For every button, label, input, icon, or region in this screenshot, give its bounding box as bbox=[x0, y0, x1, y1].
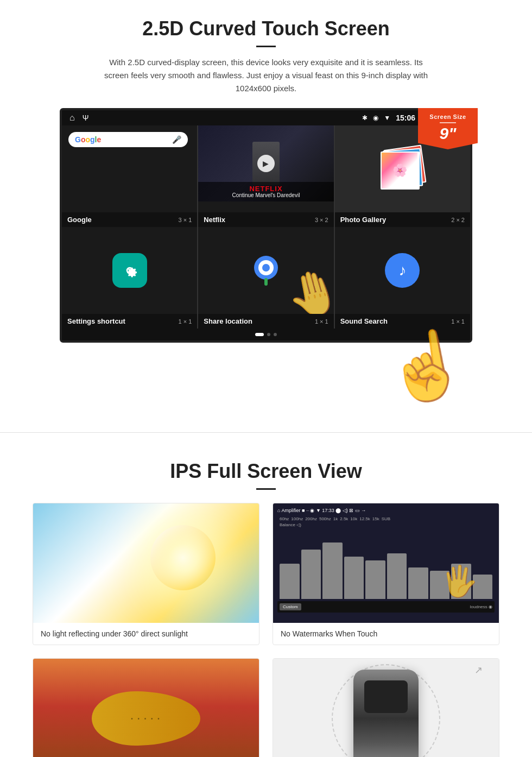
feature-card-car: ↗ Large Viewing Angle bbox=[273, 658, 499, 757]
netflix-overlay: NETFLIX Continue Marvel's Daredevil bbox=[198, 182, 333, 201]
amp-custom-btn[interactable]: Custom bbox=[280, 603, 301, 610]
amp-label: ⌂ Amplifier ■ ·· ◉ ▼ 17:33 ⬤ ◁) ⊠ ▭ → bbox=[277, 508, 366, 513]
section-curved: 2.5D Curved Touch Screen With 2.5D curve… bbox=[0, 0, 532, 416]
ips-title-divider bbox=[256, 488, 276, 490]
amp-eq-area: 🖐 bbox=[277, 528, 495, 599]
badge-label: Screen Size bbox=[422, 113, 473, 120]
feature-grid: No light reflecting under 360° direct su… bbox=[33, 503, 499, 757]
badge-size: 9" bbox=[422, 125, 473, 142]
netflix-bg: ▶ NETFLIX Continue Marvel's Daredevil bbox=[198, 125, 333, 201]
netflix-app-cell[interactable]: ▶ NETFLIX Continue Marvel's Daredevil Ne… bbox=[198, 125, 333, 227]
sound-app-name: Sound Search bbox=[340, 317, 388, 325]
badge-divider bbox=[440, 122, 456, 123]
app-grid-row2: Settings shortcut 1 × 1 bbox=[62, 227, 470, 329]
photo-label-row: Photo Gallery 2 × 2 bbox=[335, 212, 470, 227]
sound-search-icon: ♪ bbox=[385, 253, 420, 288]
device-wrapper: Screen Size 9" ⌂ Ψ ✱ ◉ ▼ 15:06 ⬤ ◁) ⊠ bbox=[60, 108, 472, 343]
status-bar: ⌂ Ψ ✱ ◉ ▼ 15:06 ⬤ ◁) ⊠ ▭ bbox=[62, 110, 470, 125]
home-icon[interactable]: ⌂ bbox=[69, 113, 75, 123]
google-logo: Google bbox=[75, 135, 101, 144]
share-location-cell[interactable]: 🤚 Share location 1 × 1 bbox=[198, 227, 333, 329]
dot-3[interactable] bbox=[274, 333, 277, 336]
google-app-cell[interactable]: Google 🎤 Google 3 × 1 bbox=[62, 125, 197, 227]
mic-icon[interactable]: 🎤 bbox=[172, 135, 181, 144]
sunlight-caption: No light reflecting under 360° direct su… bbox=[33, 623, 259, 645]
wifi-icon: ▼ bbox=[384, 114, 390, 122]
netflix-app-name: Netflix bbox=[204, 216, 225, 224]
location-icon: ◉ bbox=[373, 114, 378, 122]
amp-hand: 🖐 bbox=[441, 564, 478, 599]
car-window bbox=[364, 680, 408, 713]
cheetah-spots: • • • • • bbox=[131, 716, 161, 722]
netflix-label-row: Netflix 3 × 2 bbox=[198, 212, 333, 227]
google-app-name: Google bbox=[67, 216, 92, 224]
netflix-title: NETFLIX bbox=[202, 185, 329, 192]
ips-section-title: IPS Full Screen View bbox=[33, 460, 499, 483]
google-search-bar[interactable]: Google 🎤 bbox=[68, 132, 188, 147]
dot-1[interactable] bbox=[255, 333, 264, 336]
share-app-name: Share location bbox=[204, 317, 252, 325]
gear-icon bbox=[120, 261, 140, 280]
amp-top-bar: ⌂ Amplifier ■ ·· ◉ ▼ 17:33 ⬤ ◁) ⊠ ▭ → bbox=[277, 508, 495, 513]
eq-bar-6[interactable] bbox=[387, 553, 407, 600]
time-display: 15:06 bbox=[396, 113, 415, 122]
feature-card-sunlight: No light reflecting under 360° direct su… bbox=[33, 503, 259, 645]
sun-burst bbox=[150, 525, 216, 590]
eq-bar-7[interactable] bbox=[408, 567, 428, 600]
photo-stack: 🌸 bbox=[381, 147, 424, 191]
svg-point-2 bbox=[262, 264, 270, 272]
device-frame: ⌂ Ψ ✱ ◉ ▼ 15:06 ⬤ ◁) ⊠ ▭ bbox=[60, 108, 472, 343]
google-label-row: Google 3 × 1 bbox=[62, 212, 197, 227]
settings-grid-size: 1 × 1 bbox=[179, 318, 192, 325]
google-grid-size: 3 × 1 bbox=[179, 217, 192, 223]
amp-loudness: loudness ◉ bbox=[470, 604, 492, 609]
screen-size-badge: Screen Size 9" bbox=[418, 108, 478, 149]
settings-icon-wrapper bbox=[112, 253, 147, 288]
eq-bar-3[interactable] bbox=[322, 542, 343, 599]
app-grid-row1: Google 🎤 Google 3 × 1 bbox=[62, 125, 470, 227]
photo-app-name: Photo Gallery bbox=[340, 216, 387, 224]
section-divider-line bbox=[0, 432, 532, 433]
pointing-hand: 🤚 bbox=[281, 262, 334, 314]
sound-search-cell[interactable]: ♪ Sound Search 1 × 1 bbox=[335, 227, 470, 329]
amplifier-image: ⌂ Amplifier ■ ·· ◉ ▼ 17:33 ⬤ ◁) ⊠ ▭ → 60… bbox=[273, 503, 499, 623]
status-left-icons: ⌂ Ψ bbox=[69, 113, 88, 123]
feature-card-amplifier: ⌂ Amplifier ■ ·· ◉ ▼ 17:33 ⬤ ◁) ⊠ ▭ → 60… bbox=[273, 503, 499, 645]
share-label-row: Share location 1 × 1 bbox=[198, 314, 333, 329]
share-grid-size: 1 × 1 bbox=[315, 318, 328, 325]
cheetah-image: • • • • • bbox=[33, 659, 259, 757]
car-top-view bbox=[353, 670, 419, 757]
eq-bar-4[interactable] bbox=[344, 557, 364, 599]
settings-app-cell[interactable]: Settings shortcut 1 × 1 bbox=[62, 227, 197, 329]
eq-bar-1[interactable] bbox=[280, 564, 300, 599]
settings-app-name: Settings shortcut bbox=[67, 317, 125, 325]
netflix-subtitle: Continue Marvel's Daredevil bbox=[202, 192, 329, 198]
eq-bar-5[interactable] bbox=[365, 560, 385, 600]
usb-icon: Ψ bbox=[83, 113, 89, 122]
photo-grid-size: 2 × 2 bbox=[451, 217, 465, 223]
section-ips: IPS Full Screen View No light reflecting… bbox=[0, 449, 532, 757]
sunlight-image bbox=[33, 503, 259, 623]
bluetooth-icon: ✱ bbox=[362, 114, 368, 122]
car-image: ↗ bbox=[273, 659, 499, 757]
photo-card-flower: 🌸 bbox=[381, 152, 419, 190]
amp-side-labels: Balance ◁) bbox=[277, 522, 495, 528]
svg-rect-3 bbox=[264, 278, 268, 286]
dot-2[interactable] bbox=[267, 333, 270, 336]
settings-label-row: Settings shortcut 1 × 1 bbox=[62, 314, 197, 329]
feature-card-cheetah: • • • • • Super Fast Response bbox=[33, 658, 259, 757]
cheetah-body: • • • • • bbox=[92, 691, 200, 746]
amp-bottom-bar: Custom loudness ◉ bbox=[277, 601, 495, 613]
google-maps-icon bbox=[252, 254, 280, 287]
section-title: 2.5D Curved Touch Screen bbox=[33, 17, 499, 40]
netflix-grid-size: 3 × 2 bbox=[315, 217, 328, 223]
eq-bar-2[interactable] bbox=[301, 550, 321, 599]
amp-freq-labels: 60hz100hz200hz500hz1k2.5k10k12.5k15kSUB bbox=[277, 516, 495, 522]
car-arrow: ↗ bbox=[474, 664, 483, 676]
hand-big: ☝ bbox=[379, 322, 473, 412]
title-divider bbox=[256, 46, 276, 47]
section-description: With 2.5D curved-display screen, this de… bbox=[103, 56, 429, 95]
play-button[interactable]: ▶ bbox=[257, 155, 275, 172]
amplifier-caption: No Watermarks When Touch bbox=[273, 623, 499, 645]
